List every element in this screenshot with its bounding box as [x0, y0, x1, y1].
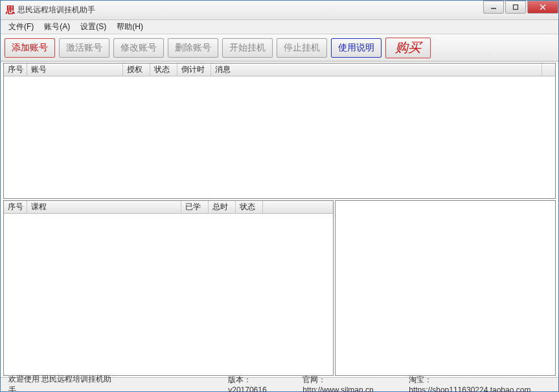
col2-spacer	[263, 201, 333, 213]
col-spacer	[542, 63, 555, 76]
menu-account[interactable]: 账号(A)	[39, 20, 75, 34]
modify-account-button[interactable]: 修改账号	[113, 38, 164, 58]
menu-settings[interactable]: 设置(S)	[75, 20, 111, 34]
activate-account-button[interactable]: 激活账号	[59, 38, 109, 58]
col-countdown[interactable]: 倒计时	[177, 63, 211, 76]
status-shop: 淘宝：https://shop111630224.taobao.com	[405, 375, 554, 392]
statusbar: 欢迎使用 思民远程培训挂机助手 版本：v20170616 官网：http://w…	[1, 377, 558, 391]
maximize-button[interactable]	[505, 1, 526, 14]
delete-account-button[interactable]: 删除账号	[168, 38, 218, 58]
app-icon: 思	[6, 5, 15, 16]
col-message[interactable]: 消息	[211, 63, 542, 76]
menubar: 文件(F) 账号(A) 设置(S) 帮助(H)	[1, 20, 558, 34]
status-shop-value[interactable]: https://shop111630224.taobao.com	[409, 386, 530, 392]
detail-pane[interactable]	[335, 200, 556, 376]
col-auth[interactable]: 授权	[123, 63, 150, 76]
window-title: 思民远程培训挂机助手	[17, 5, 95, 16]
menu-file[interactable]: 文件(F)	[3, 20, 39, 34]
col2-course[interactable]: 课程	[27, 201, 181, 213]
stop-hang-button[interactable]: 停止挂机	[277, 38, 327, 58]
status-site: 官网：http://www.silman.cn	[299, 375, 398, 392]
col-status[interactable]: 状态	[150, 63, 177, 76]
status-site-label: 官网：	[302, 375, 326, 384]
add-account-button[interactable]: 添加账号	[5, 38, 55, 58]
courses-pane: 序号 课程 已学 总时 状态	[3, 200, 334, 376]
status-welcome: 欢迎使用 思民远程培训挂机助手	[5, 374, 120, 393]
status-version-label: 版本：	[228, 375, 251, 384]
close-button[interactable]	[527, 1, 558, 14]
status-shop-label: 淘宝：	[409, 375, 432, 384]
menu-help[interactable]: 帮助(H)	[111, 20, 148, 34]
courses-table-header: 序号 课程 已学 总时 状态	[4, 201, 333, 214]
app-window: 思 思民远程培训挂机助手 文件(F) 账号(A) 设置(S) 帮助(H) 添加账…	[0, 0, 559, 392]
col2-total[interactable]: 总时	[209, 201, 236, 213]
status-version: 版本：v20170616	[224, 375, 292, 392]
courses-table-body[interactable]	[4, 214, 333, 375]
col2-status[interactable]: 状态	[236, 201, 263, 213]
status-site-value[interactable]: http://www.silman.cn	[302, 386, 373, 392]
titlebar: 思 思民远程培训挂机助手	[1, 1, 558, 20]
start-hang-button[interactable]: 开始挂机	[222, 38, 273, 58]
window-controls	[482, 1, 558, 14]
accounts-table-header: 序号 账号 授权 状态 倒计时 消息	[4, 63, 555, 76]
instructions-button[interactable]: 使用说明	[331, 38, 382, 58]
toolbar: 添加账号 激活账号 修改账号 删除账号 开始挂机 停止挂机 使用说明 购买	[1, 34, 558, 62]
col-account[interactable]: 账号	[27, 63, 123, 76]
accounts-pane: 序号 账号 授权 状态 倒计时 消息	[3, 63, 556, 199]
minimize-button[interactable]	[483, 1, 504, 14]
content-area: 序号 账号 授权 状态 倒计时 消息 序号 课程 已学 总时 状态	[1, 62, 558, 377]
col-seq[interactable]: 序号	[4, 63, 27, 76]
col2-learned[interactable]: 已学	[181, 201, 209, 213]
accounts-table-body[interactable]	[4, 76, 555, 198]
buy-button[interactable]: 购买	[385, 38, 431, 58]
status-version-value: v20170616	[228, 386, 266, 392]
svg-rect-1	[514, 5, 518, 10]
col2-seq[interactable]: 序号	[4, 201, 27, 213]
bottom-row: 序号 课程 已学 总时 状态	[3, 200, 556, 376]
